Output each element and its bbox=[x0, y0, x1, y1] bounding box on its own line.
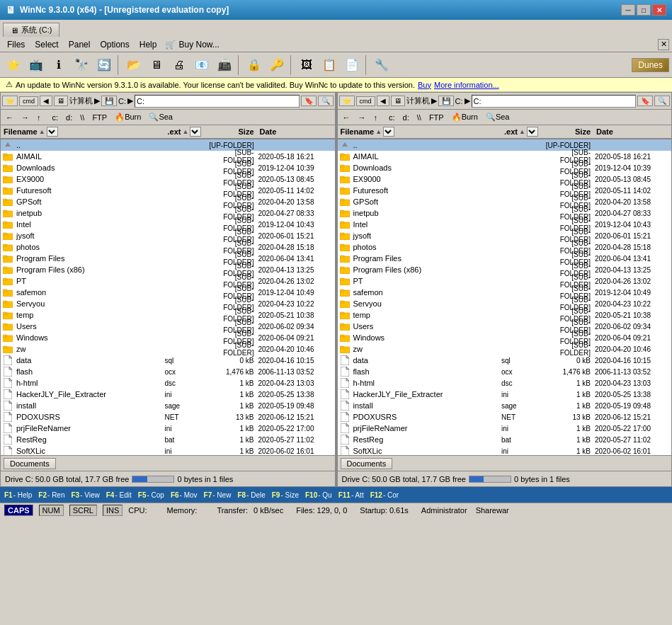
list-item[interactable]: datasql0 kB2020-04-16 10:15 bbox=[1, 355, 335, 366]
right-cmd-btn[interactable]: cmd bbox=[356, 96, 375, 106]
close-button[interactable]: ✕ bbox=[652, 4, 666, 16]
left-burn-btn[interactable]: 🔥Burn bbox=[111, 111, 144, 123]
tb-fax-icon[interactable]: 📠 bbox=[214, 55, 235, 75]
fkey-f12[interactable]: F12 - Cor bbox=[368, 491, 402, 500]
left-back-btn[interactable]: ← bbox=[2, 112, 17, 123]
list-item[interactable]: Program Files[SUB-FOLDER]2020-06-04 13:4… bbox=[338, 253, 672, 264]
list-item[interactable]: PT[SUB-FOLDER]2020-04-26 13:02 bbox=[338, 275, 672, 287]
list-item[interactable]: RestRegbat1 kB2020-05-27 11:02 bbox=[1, 434, 335, 445]
left-computer-btn[interactable]: 🖥 bbox=[54, 96, 68, 106]
list-item[interactable]: prjFileReNamerini1 kB2020-05-22 17:00 bbox=[338, 423, 672, 434]
list-item[interactable]: PDOXUSRSNET13 kB2020-06-12 15:21 bbox=[338, 411, 672, 423]
tb-key-icon[interactable]: 🔑 bbox=[266, 55, 287, 75]
tb-refresh-icon[interactable]: 🔄 bbox=[93, 55, 115, 75]
tab-system-c[interactable]: 🖥 系统 (C:) bbox=[3, 23, 59, 37]
list-item[interactable]: Intel[SUB-FOLDER]2019-12-04 10:43 bbox=[338, 219, 672, 230]
list-item[interactable]: Intel[SUB-FOLDER]2019-12-04 10:43 bbox=[1, 219, 335, 230]
tb-tools-icon[interactable]: 🔧 bbox=[371, 55, 392, 75]
left-network-btn[interactable]: \\ bbox=[76, 112, 88, 123]
fkey-f11[interactable]: F11 - Att bbox=[336, 491, 367, 500]
list-item[interactable]: zw[SUB-FOLDER]2020-04-20 10:46 bbox=[1, 343, 335, 355]
fkey-f6[interactable]: F6 - Mov bbox=[168, 491, 200, 500]
tb-monitor-icon[interactable]: 🖥 bbox=[146, 55, 167, 75]
list-item[interactable]: flashocx1,476 kB2006-11-13 03:52 bbox=[1, 366, 335, 377]
list-item[interactable]: AIMAIL[SUB-FOLDER]2020-05-18 16:21 bbox=[1, 151, 335, 162]
list-item[interactable]: Users[SUB-FOLDER]2020-06-02 09:34 bbox=[1, 321, 335, 332]
list-item[interactable]: h-htmldsc1 kB2020-04-23 13:03 bbox=[1, 377, 335, 389]
list-item[interactable]: photos[SUB-FOLDER]2020-04-28 15:18 bbox=[1, 241, 335, 253]
tb-star-icon[interactable]: ⭐ bbox=[3, 55, 24, 75]
list-item[interactable]: EX9000[SUB-FOLDER]2020-05-13 08:45 bbox=[1, 173, 335, 185]
fkey-f9[interactable]: F9 - Size bbox=[269, 491, 302, 500]
list-item[interactable]: ..[UP-FOLDER] bbox=[338, 139, 672, 151]
list-item[interactable]: PDOXUSRSNET13 kB2020-06-12 15:21 bbox=[1, 411, 335, 423]
list-item[interactable]: Futuresoft[SUB-FOLDER]2020-05-11 14:02 bbox=[338, 185, 672, 196]
list-item[interactable]: Program Files (x86)[SUB-FOLDER]2020-04-1… bbox=[1, 264, 335, 275]
left-drive-btn[interactable]: 💾 bbox=[101, 96, 117, 106]
right-path-input[interactable] bbox=[472, 95, 636, 108]
list-item[interactable]: inetpub[SUB-FOLDER]2020-04-27 08:33 bbox=[1, 207, 335, 219]
right-bookmark-btn[interactable]: 🔖 bbox=[637, 96, 653, 106]
tb-binoculars-icon[interactable]: 🔭 bbox=[71, 55, 92, 75]
tb-lock-icon[interactable]: 🔒 bbox=[244, 55, 265, 75]
tb-info-icon[interactable]: ℹ bbox=[48, 55, 69, 75]
left-star-btn[interactable]: ⭐ bbox=[2, 96, 18, 106]
right-sort-dropdown[interactable] bbox=[383, 127, 394, 137]
right-prev-btn[interactable]: ◀ bbox=[377, 96, 389, 106]
list-item[interactable]: SoftXLicini1 kB2020-06-02 16:01 bbox=[338, 445, 672, 455]
fkey-f4[interactable]: F4 - Edit bbox=[103, 491, 135, 500]
right-ext-dropdown[interactable] bbox=[527, 127, 538, 137]
dunes-button[interactable]: Dunes bbox=[632, 58, 669, 72]
list-item[interactable]: Downloads[SUB-FOLDER]2019-12-04 10:39 bbox=[338, 162, 672, 173]
fkey-f3[interactable]: F3 - View bbox=[68, 491, 102, 500]
right-forward-btn[interactable]: → bbox=[355, 112, 370, 123]
tb-image-icon[interactable]: 🖼 bbox=[296, 55, 317, 75]
left-cmd-btn[interactable]: cmd bbox=[19, 96, 38, 106]
close-panel-button[interactable]: ✕ bbox=[658, 39, 669, 50]
maximize-button[interactable]: □ bbox=[637, 4, 651, 16]
list-item[interactable]: jysoft[SUB-FOLDER]2020-06-01 15:21 bbox=[338, 230, 672, 241]
list-item[interactable]: photos[SUB-FOLDER]2020-04-28 15:18 bbox=[338, 241, 672, 253]
right-ftp-btn[interactable]: FTP bbox=[426, 112, 448, 123]
right-file-list[interactable]: ..[UP-FOLDER]AIMAIL[SUB-FOLDER]2020-05-1… bbox=[338, 139, 672, 455]
list-item[interactable]: jysoft[SUB-FOLDER]2020-06-01 15:21 bbox=[1, 230, 335, 241]
list-item[interactable]: datasql0 kB2020-04-16 10:15 bbox=[338, 355, 672, 366]
list-item[interactable]: safemon[SUB-FOLDER]2019-12-04 10:49 bbox=[1, 287, 335, 298]
tb-email-icon[interactable]: 📧 bbox=[191, 55, 212, 75]
menu-help[interactable]: Help bbox=[135, 38, 161, 51]
left-ext-dropdown[interactable] bbox=[190, 127, 201, 137]
right-tab-documents[interactable]: Documents bbox=[341, 458, 393, 469]
list-item[interactable]: zw[SUB-FOLDER]2020-04-20 10:46 bbox=[338, 343, 672, 355]
fkey-f5[interactable]: F5 - Cop bbox=[135, 491, 167, 500]
fkey-f8[interactable]: F8 - Dele bbox=[234, 491, 268, 500]
list-item[interactable]: safemon[SUB-FOLDER]2019-12-04 10:49 bbox=[338, 287, 672, 298]
left-search-btn[interactable]: 🔍 bbox=[318, 96, 334, 106]
list-item[interactable]: Servyou[SUB-FOLDER]2020-04-23 10:22 bbox=[338, 298, 672, 309]
list-item[interactable]: installsage1 kB2020-05-19 09:48 bbox=[1, 400, 335, 411]
list-item[interactable]: EX9000[SUB-FOLDER]2020-05-13 08:45 bbox=[338, 173, 672, 185]
more-info-link[interactable]: More information... bbox=[434, 81, 499, 89]
left-search2-btn[interactable]: 🔍Sea bbox=[145, 111, 176, 123]
tb-doc-icon[interactable]: 📄 bbox=[341, 55, 363, 75]
list-item[interactable]: Users[SUB-FOLDER]2020-06-02 09:34 bbox=[338, 321, 672, 332]
right-star-btn[interactable]: ⭐ bbox=[339, 96, 355, 106]
list-item[interactable]: Windows[SUB-FOLDER]2020-06-04 09:21 bbox=[1, 332, 335, 343]
tb-screen-icon[interactable]: 📺 bbox=[25, 55, 47, 75]
list-item[interactable]: h-htmldsc1 kB2020-04-23 13:03 bbox=[338, 377, 672, 389]
left-prev-btn[interactable]: ◀ bbox=[40, 96, 52, 106]
list-item[interactable]: Downloads[SUB-FOLDER]2019-12-04 10:39 bbox=[1, 162, 335, 173]
list-item[interactable]: Windows[SUB-FOLDER]2020-06-04 09:21 bbox=[338, 332, 672, 343]
fkey-f1[interactable]: F1 - Help bbox=[1, 491, 35, 500]
list-item[interactable]: GPSoft[SUB-FOLDER]2020-04-20 13:58 bbox=[1, 196, 335, 207]
tb-folder-icon[interactable]: 📂 bbox=[123, 55, 144, 75]
left-bookmark-btn[interactable]: 🔖 bbox=[301, 96, 317, 106]
left-col-filename[interactable]: Filename ▲ bbox=[1, 127, 165, 137]
right-network-btn[interactable]: \\ bbox=[414, 112, 425, 123]
right-drive-btn[interactable]: 💾 bbox=[438, 96, 454, 106]
menu-panel[interactable]: Panel bbox=[64, 38, 95, 51]
left-col-ext[interactable]: .ext ▲ bbox=[165, 127, 207, 137]
menu-select[interactable]: Select bbox=[30, 38, 62, 51]
left-file-list[interactable]: ..[UP-FOLDER]AIMAIL[SUB-FOLDER]2020-05-1… bbox=[1, 139, 335, 455]
list-item[interactable]: prjFileReNamerini1 kB2020-05-22 17:00 bbox=[1, 423, 335, 434]
right-search-btn[interactable]: 🔍 bbox=[654, 96, 670, 106]
